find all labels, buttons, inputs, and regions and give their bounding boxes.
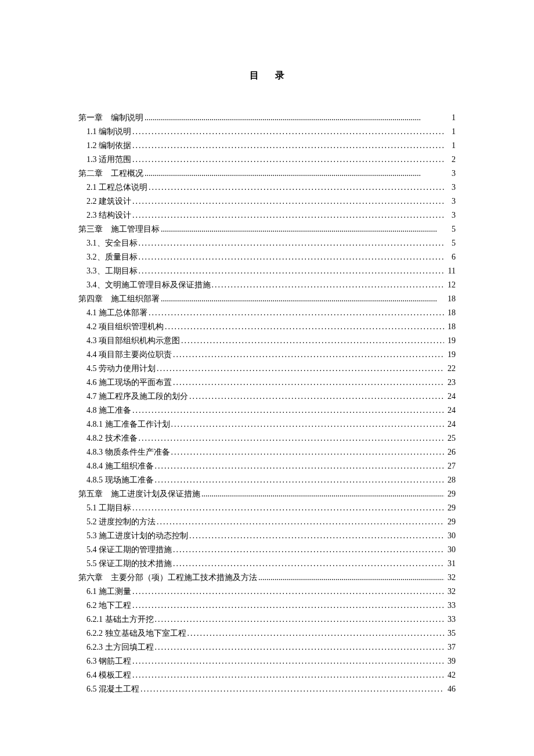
toc-leader [155,473,445,487]
toc-entry-label: 6.2 地下工程 [86,599,131,613]
toc-entry: 6.5 混凝土工程46 [78,682,456,696]
toc-leader [139,431,445,445]
toc-entry-label: 4.6 施工现场的平面布置 [86,376,172,390]
toc-entry-label: 3.2、质量目标 [86,250,138,264]
toc-entry-label: 4.8.3 物质条件生产准备 [86,445,170,459]
toc-leader [171,417,445,431]
toc-entry-label: 5.1 工期目标 [86,501,131,515]
toc-entry-label: 2.1 工程总体说明 [86,181,147,195]
toc-entry-page: 24 [445,417,456,431]
toc-entry-page: 33 [445,613,456,627]
toc-entry-label: 6.3 钢筋工程 [86,654,131,668]
toc-leader [145,167,444,181]
toc-entry-label: 2.2 建筑设计 [86,195,131,208]
toc-entry-page: 1 [445,125,456,139]
toc-leader [189,390,444,404]
toc-entry-label: 5.4 保证工期的管理措施 [86,543,172,557]
toc-leader [187,627,445,640]
toc-entry-label: 1.1 编制说明 [86,125,131,139]
toc-leader [212,278,445,292]
toc-entry-label: 第三章 施工管理目标 [78,222,160,236]
toc-entry: 6.3 钢筋工程39 [78,654,456,668]
toc-leader [201,487,444,501]
toc-entry-page: 39 [445,654,456,668]
toc-entry-label: 3.4、文明施工管理目标及保证措施 [86,278,211,292]
toc-leader [145,111,444,125]
toc-leader [132,404,444,417]
toc-entry-page: 5 [445,222,456,236]
toc-entry-label: 4.8 施工准备 [86,404,131,417]
toc-entry-label: 4.8.2 技术准备 [86,431,138,445]
toc-entry-page: 3 [445,208,456,222]
toc-leader [140,682,444,696]
toc-entry: 6.4 模板工程42 [78,668,456,682]
toc-leader [132,208,444,222]
toc-leader [132,125,444,139]
toc-entry: 2.1 工程总体说明3 [78,181,456,195]
toc-entry: 第三章 施工管理目标5 [78,222,456,236]
toc-entry: 6.2.2 独立基础及地下室工程35 [78,627,456,640]
toc-entry-page: 3 [445,195,456,208]
toc-leader [161,292,444,306]
toc-entry-page: 30 [445,529,456,543]
toc-entry-label: 4.5 劳动力使用计划 [86,362,156,376]
toc-entry-label: 1.2 编制依据 [86,139,131,153]
toc-leader [155,613,445,627]
toc-entry-page: 28 [445,473,456,487]
toc-entry-label: 6.2.1 基础土方开挖 [86,613,154,627]
toc-entry-label: 4.8.5 现场施工准备 [86,473,154,487]
toc-entry-page: 22 [445,362,456,376]
toc-entry-page: 35 [445,627,456,640]
toc-entry: 6.2.1 基础土方开挖33 [78,613,456,627]
toc-entry: 第六章 主要分部（项）工程施工技术措施及方法32 [78,571,456,585]
toc-entry-page: 25 [445,431,456,445]
toc-entry: 第四章 施工组织部署18 [78,292,456,306]
toc-entry-page: 2 [445,153,456,167]
toc-entry-label: 4.4 项目部主要岗位职责 [86,348,172,362]
toc-entry-page: 3 [445,167,456,181]
toc-entry-label: 6.5 混凝土工程 [86,682,139,696]
toc-entry: 6.2 地下工程33 [78,599,456,613]
toc-leader [189,529,444,543]
toc-leader [132,668,444,682]
toc-entry-page: 3 [445,181,456,195]
toc-entry-label: 3.3、工期目标 [86,264,138,278]
toc-entry: 1.3 适用范围2 [78,153,456,167]
toc-entry-page: 11 [445,264,456,278]
toc-leader [171,445,445,459]
toc-entry-page: 12 [445,278,456,292]
toc-entry: 4.8.3 物质条件生产准备26 [78,445,456,459]
toc-entry: 6.1 施工测量32 [78,585,456,599]
toc-entry-page: 24 [445,404,456,417]
toc-entry: 第二章 工程概况3 [78,167,456,181]
toc-leader [139,250,445,264]
toc-entry-label: 6.2.3 土方回填工程 [86,640,154,654]
toc-entry-page: 18 [445,306,456,320]
toc-entry: 1.1 编制说明1 [78,125,456,139]
toc-leader [132,585,444,599]
toc-entry: 4.5 劳动力使用计划22 [78,362,456,376]
toc-entry-page: 46 [445,682,456,696]
toc-entry: 4.8.5 现场施工准备28 [78,473,456,487]
toc-entry: 3.1、安全目标5 [78,236,456,250]
toc-entry: 3.3、工期目标11 [78,264,456,278]
toc-leader [132,599,444,613]
toc-entry-page: 37 [445,640,456,654]
toc-leader [173,376,444,390]
toc-entry-page: 29 [445,501,456,515]
toc-entry: 6.2.3 土方回填工程37 [78,640,456,654]
toc-entry: 4.1 施工总体部署18 [78,306,456,320]
toc-entry: 第一章 编制说明1 [78,111,456,125]
toc-entry-label: 4.2 项目组织管理机构 [86,320,164,334]
toc-entry: 4.8.4 施工组织准备27 [78,459,456,473]
toc-entry-label: 5.2 进度控制的方法 [86,515,156,529]
toc-entry-label: 第二章 工程概况 [78,167,143,181]
toc-entry: 5.4 保证工期的管理措施30 [78,543,456,557]
toc-entry-label: 4.8.4 施工组织准备 [86,459,154,473]
toc-leader [132,654,444,668]
toc-entry-label: 2.3 结构设计 [86,208,131,222]
toc-leader [173,543,444,557]
toc-entry-page: 29 [445,487,456,501]
toc-entry-page: 24 [445,390,456,404]
toc-entry: 5.3 施工进度计划的动态控制30 [78,529,456,543]
